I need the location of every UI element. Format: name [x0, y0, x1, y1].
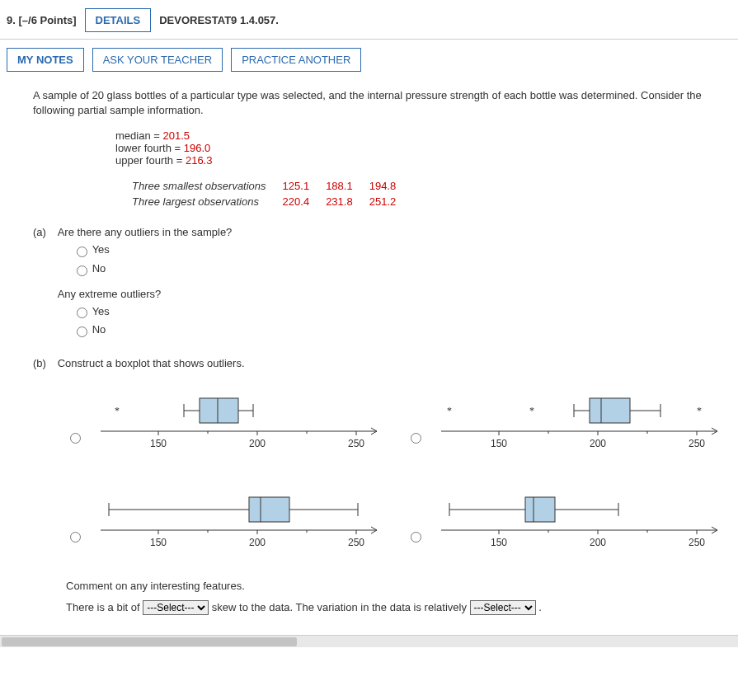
- boxplot-option-1[interactable]: [70, 433, 81, 444]
- boxplot-option-3[interactable]: [70, 532, 81, 543]
- tick-200: 200: [249, 431, 266, 449]
- svg-rect-70: [525, 497, 555, 522]
- part-a-label: (a): [33, 226, 54, 238]
- svg-line-19: [712, 428, 717, 431]
- svg-line-40: [371, 530, 377, 533]
- svg-text:250: 250: [348, 438, 364, 449]
- comment-text-1: There is a bit of: [66, 601, 143, 613]
- svg-text:150: 150: [490, 438, 506, 449]
- svg-text:250: 250: [688, 438, 704, 449]
- svg-line-56: [712, 527, 717, 530]
- svg-text:200: 200: [249, 537, 266, 548]
- horizontal-scrollbar[interactable]: [0, 635, 738, 647]
- svg-text:150: 150: [150, 537, 167, 548]
- svg-text:200: 200: [249, 438, 266, 449]
- svg-text:*: *: [697, 405, 702, 416]
- skew-select[interactable]: ---Select---: [143, 600, 209, 615]
- comment-text-2: skew to the data. The variation in the d…: [212, 601, 470, 613]
- svg-rect-33: [590, 398, 630, 423]
- my-notes-button[interactable]: MY NOTES: [7, 48, 84, 72]
- boxplot-4: 150 200 250: [433, 485, 722, 559]
- boxplot-2: 150 200 250 * * *: [433, 386, 722, 460]
- svg-line-57: [712, 530, 717, 533]
- practice-another-button[interactable]: PRACTICE ANOTHER: [231, 48, 361, 72]
- svg-rect-53: [249, 497, 289, 522]
- svg-rect-15: [200, 398, 238, 423]
- boxplot-option-4[interactable]: [411, 532, 421, 543]
- comment-text-3: .: [538, 601, 542, 613]
- svg-text:250: 250: [688, 537, 704, 548]
- tick-250: 250: [348, 431, 364, 449]
- outliers-no[interactable]: No: [73, 262, 106, 275]
- part-a-q1: Are there any outliers in the sample?: [58, 226, 233, 238]
- variation-select[interactable]: ---Select---: [470, 600, 536, 615]
- details-button[interactable]: DETAILS: [85, 8, 152, 32]
- svg-line-1: [371, 428, 377, 431]
- outliers-yes[interactable]: Yes: [73, 243, 110, 256]
- extreme-no[interactable]: No: [73, 323, 106, 336]
- svg-text:150: 150: [150, 438, 167, 449]
- svg-text:*: *: [115, 405, 120, 416]
- svg-text:250: 250: [348, 537, 364, 548]
- boxplot-1: 150 200 250 *: [92, 386, 381, 460]
- svg-text:200: 200: [589, 537, 605, 548]
- question-number: 9.: [7, 14, 16, 26]
- part-b-label: (b): [33, 357, 54, 369]
- observations-table: Three smallest observations 125.1 188.1 …: [124, 178, 404, 209]
- svg-line-20: [712, 431, 717, 435]
- boxplot-3: 150 200 250: [92, 485, 381, 559]
- svg-line-39: [371, 527, 377, 530]
- ask-teacher-button[interactable]: ASK YOUR TEACHER: [92, 48, 223, 72]
- svg-text:200: 200: [589, 438, 605, 449]
- svg-line-2: [371, 431, 377, 435]
- svg-text:150: 150: [490, 537, 506, 548]
- tick-150: 150: [150, 431, 167, 449]
- svg-text:*: *: [447, 405, 452, 416]
- problem-statement: A sample of 20 glass bottles of a partic…: [33, 88, 722, 118]
- part-a-q2: Any extreme outliers?: [58, 288, 233, 300]
- points: [–/6 Points]: [18, 14, 76, 26]
- reference: DEVORESTAT9 1.4.057.: [159, 14, 279, 26]
- extreme-yes[interactable]: Yes: [73, 305, 110, 317]
- part-b-q: Construct a boxplot that shows outliers.: [58, 357, 245, 369]
- boxplot-option-2[interactable]: [411, 433, 421, 444]
- comment-prompt: Comment on any interesting features.: [66, 576, 722, 597]
- svg-text:*: *: [529, 405, 534, 416]
- sample-stats: median = 201.5 lower fourth = 196.0 uppe…: [115, 129, 722, 167]
